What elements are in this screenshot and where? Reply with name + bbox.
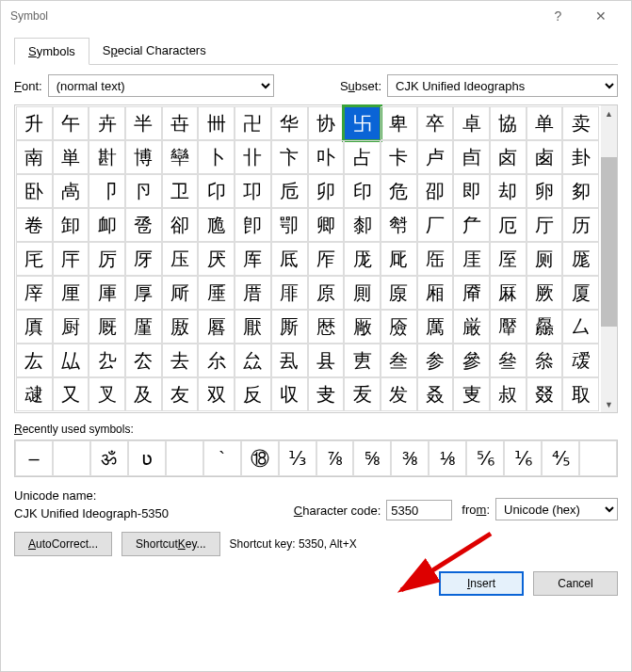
- symbol-cell[interactable]: 卾: [271, 208, 308, 242]
- symbol-cell[interactable]: 卤: [490, 140, 527, 174]
- symbol-cell[interactable]: 卙: [89, 140, 125, 174]
- recent-symbol-cell[interactable]: –: [15, 440, 53, 476]
- symbol-cell[interactable]: 厙: [89, 276, 125, 310]
- symbol-cell[interactable]: 厌: [198, 242, 235, 276]
- symbol-cell[interactable]: 厭: [235, 310, 271, 344]
- symbol-cell[interactable]: 卹: [89, 208, 125, 242]
- symbol-cell[interactable]: 厴: [490, 310, 527, 344]
- symbol-cell[interactable]: 叒: [417, 377, 454, 411]
- symbol-cell[interactable]: 厒: [417, 242, 454, 276]
- symbol-cell[interactable]: 即: [453, 174, 490, 208]
- symbol-cell[interactable]: 南: [16, 140, 53, 174]
- symbol-cell[interactable]: 卨: [53, 174, 89, 208]
- symbol-cell[interactable]: 厕: [527, 242, 563, 276]
- symbol-cell[interactable]: 厔: [490, 242, 527, 276]
- symbol-cell[interactable]: 卥: [527, 140, 563, 174]
- symbol-cell[interactable]: 協: [490, 106, 527, 140]
- close-button[interactable]: ✕: [579, 1, 622, 31]
- scroll-thumb[interactable]: [601, 157, 617, 327]
- subset-select[interactable]: CJK Unified Ideographs: [387, 74, 618, 97]
- recent-symbol-cell[interactable]: ⅚: [466, 440, 504, 476]
- autocorrect-button[interactable]: AutoCorrect...: [14, 532, 112, 556]
- symbol-cell[interactable]: 厽: [235, 344, 271, 377]
- symbol-cell[interactable]: 厧: [16, 310, 53, 344]
- symbol-cell[interactable]: 厠: [344, 276, 381, 310]
- symbol-cell[interactable]: 卐: [344, 106, 381, 140]
- symbol-cell[interactable]: 厑: [381, 242, 417, 276]
- symbol-grid[interactable]: 升午卉半卋卌卍华协卐卑卒卓協单卖南単卙博卛卜卝卞卟占卡卢卣卤卥卦卧卨卩卪卫卬卭卮…: [16, 106, 599, 411]
- recent-symbol-cell[interactable]: ʋ: [128, 440, 166, 476]
- symbol-cell[interactable]: 卧: [16, 174, 53, 208]
- recent-symbol-cell[interactable]: [579, 440, 617, 476]
- symbol-cell[interactable]: 卺: [125, 208, 162, 242]
- symbol-cell[interactable]: 占: [344, 140, 381, 174]
- symbol-cell[interactable]: 単: [53, 140, 89, 174]
- symbol-cell[interactable]: 参: [417, 344, 454, 377]
- symbol-cell[interactable]: 厍: [235, 242, 271, 276]
- symbol-cell[interactable]: 叀: [344, 344, 381, 377]
- symbol-cell[interactable]: 县: [308, 344, 345, 377]
- symbol-cell[interactable]: 厐: [344, 242, 381, 276]
- symbol-cell[interactable]: 厅: [527, 208, 563, 242]
- symbol-cell[interactable]: 卜: [198, 140, 235, 174]
- symbol-cell[interactable]: 厝: [235, 276, 271, 310]
- symbol-cell[interactable]: 厇: [16, 242, 53, 276]
- font-select[interactable]: (normal text): [48, 74, 274, 97]
- symbol-cell[interactable]: 厈: [53, 242, 89, 276]
- symbol-cell[interactable]: 半: [125, 106, 162, 140]
- symbol-cell[interactable]: 卽: [235, 208, 271, 242]
- shortcut-key-button[interactable]: Shortcut Key...: [122, 532, 220, 556]
- recent-symbol-cell[interactable]: ⅓: [279, 440, 316, 476]
- symbol-cell[interactable]: 却: [490, 174, 527, 208]
- symbol-cell[interactable]: 取: [562, 377, 599, 411]
- symbol-cell[interactable]: 及: [125, 377, 162, 411]
- symbol-cell[interactable]: 卻: [162, 208, 199, 242]
- symbol-cell[interactable]: 厾: [271, 344, 308, 377]
- symbol-cell[interactable]: 卒: [417, 106, 454, 140]
- symbol-cell[interactable]: 厤: [490, 276, 527, 310]
- insert-button[interactable]: Insert: [439, 571, 524, 596]
- symbol-cell[interactable]: 卪: [125, 174, 162, 208]
- symbol-cell[interactable]: 厎: [271, 242, 308, 276]
- symbol-cell[interactable]: 双: [198, 377, 235, 411]
- symbol-cell[interactable]: 厗: [16, 276, 53, 310]
- symbol-cell[interactable]: 厯: [308, 310, 345, 344]
- symbol-cell[interactable]: 叉: [89, 377, 125, 411]
- symbol-cell[interactable]: 卞: [271, 140, 308, 174]
- symbol-cell[interactable]: 厛: [162, 276, 199, 310]
- symbol-cell[interactable]: 卼: [198, 208, 235, 242]
- symbol-cell[interactable]: 厷: [16, 344, 53, 377]
- tab-symbols[interactable]: Symbols: [14, 38, 89, 65]
- symbol-cell[interactable]: 卿: [308, 208, 345, 242]
- recent-symbol-cell[interactable]: ⅝: [353, 440, 391, 476]
- from-select[interactable]: Unicode (hex): [495, 498, 618, 520]
- symbol-cell[interactable]: 叕: [527, 377, 563, 411]
- symbol-cell[interactable]: 厩: [89, 310, 125, 344]
- symbol-cell[interactable]: 厖: [562, 242, 599, 276]
- scroll-up-button[interactable]: ▲: [601, 105, 617, 121]
- symbol-cell[interactable]: 卬: [198, 174, 235, 208]
- scrollbar[interactable]: ▲ ▼: [601, 105, 617, 412]
- symbol-cell[interactable]: 友: [162, 377, 199, 411]
- symbol-cell[interactable]: 厢: [417, 276, 454, 310]
- symbol-cell[interactable]: 厲: [417, 310, 454, 344]
- symbol-cell[interactable]: 升: [16, 106, 53, 140]
- symbol-cell[interactable]: 厂: [417, 208, 454, 242]
- symbol-cell[interactable]: 厞: [271, 276, 308, 310]
- symbol-cell[interactable]: 厓: [453, 242, 490, 276]
- symbol-cell[interactable]: 卭: [235, 174, 271, 208]
- recent-symbol-cell[interactable]: ⅛: [429, 440, 466, 476]
- symbol-cell[interactable]: 參: [453, 344, 490, 377]
- symbol-cell[interactable]: 反: [235, 377, 271, 411]
- symbol-cell[interactable]: 厦: [562, 276, 599, 310]
- symbol-cell[interactable]: 厫: [162, 310, 199, 344]
- symbol-cell[interactable]: 厀: [344, 208, 381, 242]
- scroll-down-button[interactable]: ▼: [601, 396, 617, 412]
- symbol-cell[interactable]: 卫: [162, 174, 199, 208]
- symbol-cell[interactable]: 午: [53, 106, 89, 140]
- symbol-cell[interactable]: 华: [271, 106, 308, 140]
- symbol-cell[interactable]: 卝: [235, 140, 271, 174]
- symbol-cell[interactable]: 厱: [381, 310, 417, 344]
- symbol-cell[interactable]: 博: [125, 140, 162, 174]
- symbol-cell[interactable]: 厵: [527, 310, 563, 344]
